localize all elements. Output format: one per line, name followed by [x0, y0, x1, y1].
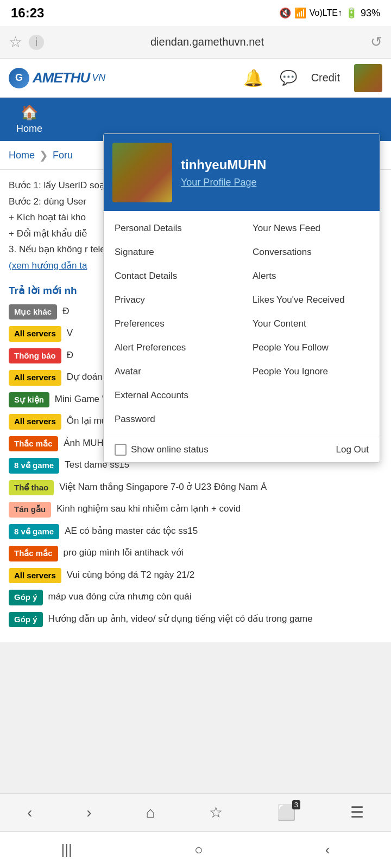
bookmark-icon[interactable]: ☆: [9, 33, 22, 51]
menu-alerts[interactable]: Alerts: [242, 264, 380, 288]
list-item: Góp ý Hướng dẫn up ảnh, video/ sử dụng t…: [9, 612, 382, 628]
badge-gop-y-1[interactable]: Góp ý: [9, 590, 43, 605]
forum-item-text[interactable]: Vui cùng bóng đá T2 ngày 21/2: [67, 568, 382, 582]
online-status-checkbox[interactable]: [115, 444, 127, 456]
logo[interactable]: G AMETHU VN: [9, 68, 105, 88]
menu-privacy[interactable]: Privacy: [104, 288, 242, 312]
forward-icon[interactable]: ›: [86, 804, 91, 821]
badge-thac-mac-1[interactable]: Thắc mắc: [9, 436, 58, 452]
dropdown-menu: Personal Details Your News Feed Signatur…: [104, 211, 380, 437]
menu-alert-preferences[interactable]: Alert Preferences: [104, 336, 242, 360]
badge-all-servers-4[interactable]: All servers: [9, 568, 61, 584]
breadcrumb-forum[interactable]: Foru: [53, 150, 73, 161]
menu-empty-2: [242, 407, 380, 431]
credit-label[interactable]: Credit: [311, 72, 340, 84]
forum-item-text[interactable]: AE có bảng master các tộc ss15: [65, 524, 382, 538]
list-item: All servers Vui cùng bóng đá T2 ngày 21/…: [9, 568, 382, 584]
badge-gop-y-2[interactable]: Góp ý: [9, 612, 43, 628]
tab-count: 3: [292, 800, 300, 809]
menu-password[interactable]: Password: [104, 407, 242, 431]
info-icon[interactable]: i: [29, 35, 44, 50]
forum-item-text[interactable]: Hướng dẫn up ảnh, video/ sử dụng tiếng v…: [48, 612, 382, 626]
profile-page-link[interactable]: Your Profile Page: [181, 177, 266, 188]
breadcrumb-separator: ❯: [39, 149, 48, 162]
dropdown-footer: Show online status Log Out: [104, 437, 380, 462]
chat-icon[interactable]: 💬: [280, 69, 297, 86]
home-icon: 🏠: [21, 104, 38, 121]
dropdown-avatar-image: [112, 143, 172, 202]
dropdown-username: tinhyeuMUHN: [181, 157, 266, 173]
nav-home[interactable]: 🏠 Home: [0, 98, 59, 141]
forum-item-text[interactable]: Kinh nghiệm sau khi nhiễm cảm lạnh + cov…: [56, 502, 382, 516]
forum-item-text[interactable]: pro giúp mình lỗi antihack với: [64, 546, 382, 560]
wifi-icon: 📶: [294, 7, 306, 19]
list-item: Tán gẫu Kinh nghiệm sau khi nhiễm cảm lạ…: [9, 502, 382, 518]
badge-tan-gau[interactable]: Tán gẫu: [9, 502, 51, 518]
menu-people-you-ignore[interactable]: People You Ignore: [242, 360, 380, 384]
menu-conversations[interactable]: Conversations: [242, 240, 380, 264]
logo-text: AMETHU: [33, 69, 90, 86]
menu-people-you-follow[interactable]: People You Follow: [242, 336, 380, 360]
badge-8-ve-game-1[interactable]: 8 về game: [9, 458, 59, 474]
dropdown-header: tinhyeuMUHN Your Profile Page: [104, 134, 380, 211]
reload-icon[interactable]: ↺: [370, 34, 382, 50]
battery-percent: 93%: [361, 8, 380, 19]
app-header: G AMETHU VN 🔔 💬 Credit: [0, 59, 391, 98]
menu-likes-received[interactable]: Likes You've Received: [242, 288, 380, 312]
menu-avatar[interactable]: Avatar: [104, 360, 242, 384]
menu-personal-details[interactable]: Personal Details: [104, 216, 242, 240]
menu-external-accounts[interactable]: External Accounts: [104, 384, 242, 407]
logout-button[interactable]: Log Out: [336, 444, 369, 455]
bookmark-browser-icon[interactable]: ☆: [209, 803, 223, 821]
logo-icon: G: [9, 68, 29, 88]
user-dropdown: tinhyeuMUHN Your Profile Page Personal D…: [103, 133, 380, 463]
browser-bar: ☆ i diendan.gamethuvn.net ↺: [0, 26, 391, 59]
menu-news-feed[interactable]: Your News Feed: [242, 216, 380, 240]
menu-empty-1: [242, 384, 380, 407]
status-icons: 🔇 📶 Vo)LTE↑ 🔋 93%: [279, 7, 380, 19]
online-status-label: Show online status: [131, 444, 209, 455]
home-label: Home: [16, 123, 42, 135]
mute-icon: 🔇: [279, 7, 291, 19]
badge-thong-bao[interactable]: Thông báo: [9, 348, 61, 364]
badge-thac-mac-2[interactable]: Thắc mắc: [9, 546, 58, 561]
system-home-icon[interactable]: ○: [194, 841, 203, 858]
battery-icon: 🔋: [345, 7, 357, 19]
menu-preferences[interactable]: Preferences: [104, 312, 242, 336]
system-nav: ||| ○ ‹: [0, 831, 391, 868]
signal-icon: Vo)LTE↑: [310, 8, 342, 18]
menu-your-content[interactable]: Your Content: [242, 312, 380, 336]
dropdown-avatar: [112, 143, 172, 202]
back-icon[interactable]: ‹: [27, 804, 32, 821]
badge-muc-khac[interactable]: Mục khác: [9, 304, 57, 320]
status-time: 16:23: [11, 5, 44, 21]
online-status-area: Show online status: [115, 444, 209, 456]
menu-contact-details[interactable]: Contact Details: [104, 264, 242, 288]
tab-switcher[interactable]: ⬜ 3: [277, 803, 296, 821]
list-item: Thể thao Việt Nam thắng Singapore 7-0 ở …: [9, 480, 382, 496]
logo-vn: VN: [92, 72, 105, 84]
menu-signature[interactable]: Signature: [104, 240, 242, 264]
status-bar: 16:23 🔇 📶 Vo)LTE↑ 🔋 93%: [0, 0, 391, 26]
home-browser-icon[interactable]: ⌂: [146, 804, 155, 821]
badge-su-kien[interactable]: Sự kiện: [9, 392, 49, 408]
badge-all-servers-2[interactable]: All servers: [9, 370, 61, 386]
badge-all-servers-1[interactable]: All servers: [9, 326, 61, 342]
bell-icon[interactable]: 🔔: [243, 68, 263, 87]
forum-item-text[interactable]: máp vua đóng cửa nhưng còn quái: [48, 590, 382, 604]
badge-8-ve-game-2[interactable]: 8 về game: [9, 524, 59, 540]
breadcrumb-home[interactable]: Home: [9, 150, 35, 161]
system-back-icon[interactable]: |||: [61, 841, 72, 858]
badge-all-servers-3[interactable]: All servers: [9, 414, 61, 430]
forum-item-text[interactable]: Việt Nam thắng Singapore 7-0 ở U23 Đông …: [59, 480, 382, 494]
list-item: 8 về game AE có bảng master các tộc ss15: [9, 524, 382, 540]
menu-browser-icon[interactable]: ☰: [350, 803, 364, 821]
badge-the-thao[interactable]: Thể thao: [9, 480, 54, 496]
list-item: Góp ý máp vua đóng cửa nhưng còn quái: [9, 590, 382, 605]
dropdown-user-info: tinhyeuMUHN Your Profile Page: [181, 157, 266, 188]
url-bar[interactable]: diendan.gamethuvn.net: [51, 36, 364, 48]
bottom-browser-nav: ‹ › ⌂ ☆ ⬜ 3 ☰: [0, 793, 391, 831]
list-item: Thắc mắc pro giúp mình lỗi antihack với: [9, 546, 382, 561]
avatar[interactable]: [354, 64, 382, 92]
system-recent-icon[interactable]: ‹: [325, 841, 330, 858]
